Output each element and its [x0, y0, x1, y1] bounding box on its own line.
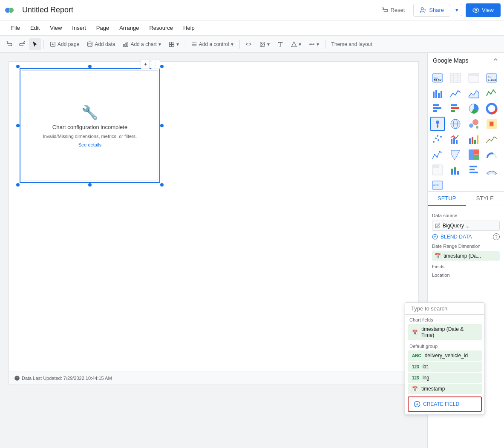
chart-type-table2[interactable]	[467, 71, 481, 85]
chart-type-header: Google Maps	[428, 53, 504, 68]
chart-menu-button[interactable]: ⋮	[151, 60, 160, 69]
arrange-button[interactable]: ▾	[165, 40, 182, 49]
menu-page[interactable]: Page	[92, 23, 113, 33]
chart-type-pie[interactable]	[467, 101, 481, 116]
field-option-lat[interactable]: 123 lat	[408, 362, 482, 372]
view-button[interactable]: View	[466, 3, 501, 17]
svg-point-59	[436, 121, 439, 124]
field-option-lng[interactable]: 123 lng	[408, 373, 482, 383]
menu-edit[interactable]: Edit	[26, 23, 44, 33]
image-button[interactable]: ▾	[256, 40, 273, 49]
svg-rect-87	[474, 155, 479, 160]
resize-handle-bl[interactable]	[16, 183, 20, 187]
shape-button[interactable]: ▾	[288, 40, 305, 49]
chart-type-google-maps[interactable]	[430, 117, 445, 131]
svg-point-70	[435, 138, 437, 139]
chart-type-funnel[interactable]	[448, 147, 463, 162]
date-range-field[interactable]: 📅 timestamp (Da...	[432, 251, 500, 261]
svg-point-64	[472, 119, 478, 125]
text-button[interactable]	[274, 40, 287, 49]
undo-button[interactable]	[3, 38, 15, 50]
chart-type-scatter[interactable]	[430, 132, 445, 146]
data-updated-bar: Data Last Updated: 7/29/2022 10:44:15 AM	[9, 371, 418, 385]
chart-widget[interactable]: ✦ ⋮ 🔧 Chart configuration incomplete Inv…	[22, 70, 158, 181]
chart-type-waterfall[interactable]	[484, 132, 499, 146]
data-source-row[interactable]: BigQuery ...	[432, 221, 500, 231]
resize-handle-mr[interactable]	[160, 124, 164, 127]
chart-config-button[interactable]: ✦	[141, 60, 150, 69]
code-button[interactable]: <>	[242, 40, 255, 49]
select-tool[interactable]	[29, 38, 41, 50]
tab-setup[interactable]: SETUP	[428, 192, 466, 206]
chart-type-combo[interactable]	[448, 132, 463, 146]
menu-insert[interactable]: Insert	[68, 23, 90, 33]
chart-type-arc[interactable]	[484, 163, 499, 177]
resize-handle-bm[interactable]	[88, 183, 92, 187]
resize-handle-br[interactable]	[160, 183, 164, 187]
top-bar-right: Reset Share ▾ View	[377, 3, 501, 17]
collapse-chart-panel-button[interactable]	[492, 56, 499, 64]
menu-resource[interactable]: Resource	[145, 23, 177, 33]
reset-button[interactable]: Reset	[377, 4, 410, 16]
svg-point-2	[421, 8, 423, 10]
field-option-timestamp[interactable]: 📅 timestamp	[408, 384, 482, 394]
info-icon	[14, 375, 20, 381]
chart-type-heatmap[interactable]	[484, 117, 499, 131]
chart-type-column[interactable]	[467, 132, 481, 146]
blend-data-help[interactable]: ?	[493, 233, 500, 240]
svg-point-69	[433, 141, 435, 143]
chart-type-bar2[interactable]	[430, 101, 445, 116]
chart-type-area[interactable]	[467, 86, 481, 101]
resize-handle-tl[interactable]	[16, 65, 20, 68]
chart-type-treemap[interactable]	[467, 147, 481, 162]
redo-button[interactable]	[16, 38, 28, 50]
chart-type-sparkline[interactable]	[484, 86, 499, 101]
add-chart-button[interactable]: Add a chart ▾	[119, 40, 164, 49]
share-dropdown-arrow[interactable]: ▾	[452, 4, 462, 16]
chart-type-stacked[interactable]	[448, 163, 463, 177]
chart-see-details-link[interactable]: See details	[78, 142, 101, 147]
resize-handle-ml[interactable]	[16, 124, 20, 127]
chart-type-geo[interactable]	[448, 117, 463, 131]
tab-style[interactable]: STYLE	[466, 192, 504, 206]
svg-rect-80	[477, 135, 478, 144]
chart-fields-label: Chart fields	[405, 315, 484, 323]
theme-layout-button[interactable]: Theme and layout	[328, 40, 376, 49]
chart-type-donut[interactable]	[484, 101, 499, 116]
create-field-button[interactable]: CREATE FIELD	[408, 396, 482, 412]
chart-type-scorecard[interactable]: Sess69.3K	[430, 71, 445, 85]
chart-type-pivot[interactable]	[430, 163, 445, 177]
menu-view[interactable]: View	[46, 23, 66, 33]
resize-handle-tr[interactable]	[160, 65, 164, 68]
chart-type-bar3[interactable]	[448, 101, 463, 116]
field-search-input[interactable]	[411, 305, 483, 312]
chart-type-gauge[interactable]	[484, 147, 499, 162]
svg-point-21	[261, 43, 262, 44]
chart-type-table[interactable]	[448, 71, 463, 85]
share-button[interactable]: Share	[413, 4, 450, 17]
svg-rect-46	[435, 90, 437, 98]
blend-data-row[interactable]: BLEND DATA ?	[432, 233, 500, 240]
add-control-button[interactable]: Add a control ▾	[188, 40, 237, 49]
menu-arrange[interactable]: Arrange	[115, 23, 143, 33]
more-button[interactable]: ▾	[305, 40, 323, 49]
field-option-delivery-vehicle-id[interactable]: ABC delivery_vehicle_id	[408, 350, 482, 361]
chart-type-total[interactable]: Total1,168	[484, 71, 499, 85]
chart-type-line[interactable]	[448, 86, 463, 101]
chart-type-hbar[interactable]	[467, 163, 481, 177]
chart-type-bubble[interactable]	[467, 117, 481, 131]
add-circle-icon	[432, 234, 438, 240]
chart-type-bullet[interactable]	[430, 147, 445, 162]
chart-field-timestamp[interactable]: 📅 timestamp (Date & Time)	[408, 324, 482, 340]
svg-rect-11	[125, 43, 126, 46]
menu-help[interactable]: Help	[179, 23, 199, 33]
add-page-button[interactable]: Add page	[46, 40, 83, 49]
chart-container: ✦ ⋮ 🔧 Chart configuration incomplete Inv…	[22, 70, 158, 181]
chart-type-extra1[interactable]: 69.3K	[430, 178, 445, 192]
menu-file[interactable]: File	[7, 23, 24, 33]
add-data-button[interactable]: Add data	[84, 40, 118, 49]
svg-point-26	[309, 43, 310, 44]
chart-type-bar[interactable]	[430, 86, 445, 101]
svg-rect-50	[433, 107, 441, 109]
resize-handle-tm[interactable]	[88, 65, 92, 68]
